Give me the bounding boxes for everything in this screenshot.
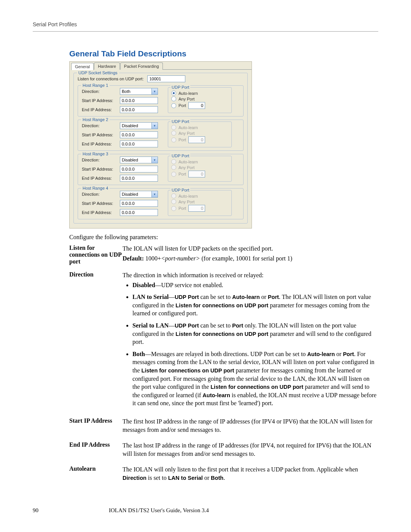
host-range-3: Host Range 3Direction:Disabled▾Start IP …: [78, 154, 244, 185]
tab-packet-forwarding[interactable]: Packet Forwarding: [120, 62, 163, 70]
direction-label: Direction:: [82, 158, 116, 162]
direction-select[interactable]: Both▾: [120, 88, 158, 95]
end-ip-input[interactable]: [120, 106, 158, 113]
udp-port-input: [188, 205, 205, 212]
settings-dialog: General Hardware Packet Forwarding UDP S…: [69, 61, 252, 228]
direction-select[interactable]: Disabled▾: [120, 157, 158, 163]
start-ip-input[interactable]: [120, 97, 158, 104]
radio-autolearn: [171, 125, 176, 130]
radio-anyport[interactable]: [171, 96, 176, 101]
tab-general[interactable]: General: [71, 63, 94, 70]
listen-label: Listen for connections on UDP port:: [78, 77, 143, 81]
end-ip-input[interactable]: [120, 141, 158, 147]
direction-label: Direction:: [82, 123, 116, 128]
chevron-down-icon: ▾: [151, 191, 158, 197]
term-autolearn: Autolearn: [69, 465, 123, 472]
opt-port: Port: [178, 103, 186, 108]
radio-anyport: [171, 131, 176, 136]
opt-autolearn: Auto-learn: [178, 91, 198, 96]
udp-port-input: [188, 136, 205, 143]
opt-anyport: Any Port: [178, 165, 194, 170]
start-ip-label: Start IP Address:: [82, 201, 116, 206]
radio-autolearn: [171, 193, 176, 198]
opt-autolearn: Auto-learn: [178, 194, 198, 198]
desc-end-ip: The last host IP address in the range of…: [123, 441, 378, 459]
udp-port-group: UDP PortAuto-learnAny PortPort: [168, 156, 232, 182]
tab-hardware[interactable]: Hardware: [94, 62, 120, 70]
direction-label: Direction:: [82, 192, 116, 197]
opt-anyport: Any Port: [178, 97, 194, 101]
end-ip-input[interactable]: [120, 209, 158, 216]
end-ip-label: End IP Address:: [82, 176, 116, 181]
host-range-legend: Host Range 1: [81, 83, 110, 88]
host-range-4: Host Range 4Direction:Disabled▾Start IP …: [78, 188, 244, 219]
udp-port-legend: UDP Port: [170, 119, 190, 124]
opt-autolearn: Auto-learn: [178, 125, 198, 130]
host-range-1: Host Range 1Direction:Both▾Start IP Addr…: [78, 85, 244, 117]
end-ip-label: End IP Address:: [82, 107, 116, 112]
direction-select[interactable]: Disabled▾: [120, 122, 158, 129]
start-ip-label: Start IP Address:: [82, 133, 116, 137]
term-direction: Direction: [69, 271, 123, 278]
radio-anyport: [171, 165, 176, 170]
udp-socket-settings-group: UDP Socket Settings Listen for connectio…: [73, 73, 248, 224]
opt-port: Port: [178, 172, 186, 176]
opt-anyport: Any Port: [178, 200, 194, 204]
start-ip-input[interactable]: [120, 131, 158, 138]
radio-autolearn[interactable]: [171, 91, 176, 96]
udp-port-legend: UDP Port: [170, 85, 190, 89]
term-end-ip: End IP Address: [69, 441, 123, 448]
desc-autolearn: The IOLAN will only listen to the first …: [123, 465, 378, 483]
udp-port-legend: UDP Port: [170, 153, 190, 158]
intro-text: Configure the following parameters:: [69, 234, 378, 241]
end-ip-label: End IP Address:: [82, 142, 116, 146]
end-ip-input[interactable]: [120, 175, 158, 182]
chevron-down-icon: ▾: [151, 123, 158, 129]
book-title-footer: IOLAN DS1/TS2 User's Guide, Version 3.4: [109, 507, 378, 514]
udp-port-input[interactable]: [188, 102, 205, 109]
host-range-legend: Host Range 2: [81, 117, 110, 122]
listen-port-input[interactable]: [147, 75, 185, 82]
desc-start-ip: The first host IP address in the range o…: [123, 417, 378, 435]
host-range-2: Host Range 2Direction:Disabled▾Start IP …: [78, 120, 244, 151]
group-legend: UDP Socket Settings: [77, 70, 119, 75]
start-ip-label: Start IP Address:: [82, 167, 116, 171]
radio-anyport: [171, 199, 176, 204]
chevron-down-icon: ▾: [151, 157, 158, 163]
radio-port: [171, 172, 176, 177]
direction-select[interactable]: Disabled▾: [120, 191, 158, 198]
start-ip-label: Start IP Address:: [82, 98, 116, 103]
radio-port: [171, 206, 176, 211]
start-ip-input[interactable]: [120, 166, 158, 173]
opt-port: Port: [178, 206, 186, 211]
udp-port-group: UDP PortAuto-learnAny PortPort: [168, 87, 232, 113]
start-ip-input[interactable]: [120, 200, 158, 207]
chevron-down-icon: ▾: [151, 88, 158, 94]
end-ip-label: End IP Address:: [82, 210, 116, 215]
radio-autolearn: [171, 159, 176, 164]
desc-direction: The direction in which information is re…: [123, 271, 378, 411]
page-number: 90: [33, 507, 109, 514]
opt-anyport: Any Port: [178, 131, 194, 136]
term-start-ip: Start IP Address: [69, 417, 123, 424]
opt-autolearn: Auto-learn: [178, 160, 198, 164]
desc-listen: The IOLAN will listen for UDP packets on…: [123, 244, 378, 264]
radio-port[interactable]: [171, 103, 176, 108]
host-range-legend: Host Range 3: [81, 152, 110, 156]
section-title: General Tab Field Descriptions: [69, 49, 378, 58]
radio-port: [171, 137, 176, 142]
udp-port-legend: UDP Port: [170, 188, 190, 192]
udp-port-group: UDP PortAuto-learnAny PortPort: [168, 190, 232, 216]
opt-port: Port: [178, 137, 186, 142]
running-header: Serial Port Profiles: [33, 21, 378, 32]
term-listen: Listen for connections on UDP port: [69, 244, 123, 265]
udp-port-input: [188, 171, 205, 177]
direction-label: Direction:: [82, 89, 116, 94]
udp-port-group: UDP PortAuto-learnAny PortPort: [168, 121, 232, 147]
host-range-legend: Host Range 4: [81, 186, 110, 190]
